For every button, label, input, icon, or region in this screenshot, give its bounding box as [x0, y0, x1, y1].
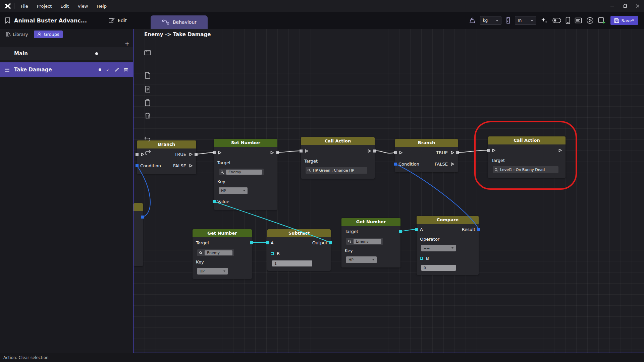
node-call-action[interactable]: Call ActionTargetHP Green : Change HP [301, 137, 375, 179]
paste-clipboard-icon[interactable] [144, 99, 152, 107]
node-title[interactable] [133, 203, 143, 211]
node-subtract[interactable]: SubtractAOutputB1 [267, 229, 331, 271]
node-branch[interactable]: BranchTRUEConditionFALSE [395, 139, 458, 172]
node-title[interactable]: Branch [395, 139, 458, 147]
minimize-button[interactable] [606, 0, 619, 12]
search-field[interactable]: HP Green : Change HP [306, 167, 367, 174]
delete-trash-icon[interactable] [124, 67, 128, 72]
project-title: Animal Buster Advanc... [14, 17, 87, 24]
length-unit-select[interactable]: m [515, 16, 536, 25]
play-icon[interactable] [586, 17, 594, 24]
pin-label: Target [217, 160, 231, 165]
port[interactable] [276, 151, 279, 154]
dropdown-value: HP [348, 258, 354, 262]
search-field[interactable]: Enemy [346, 238, 383, 245]
node-get-number[interactable]: Get NumberTargetEnemyKeyHP [193, 229, 252, 279]
port[interactable] [300, 149, 303, 153]
pin-label: Result [462, 227, 475, 232]
node-title[interactable]: Compare [417, 216, 479, 224]
port[interactable] [250, 241, 253, 244]
port[interactable] [394, 163, 397, 166]
port[interactable] [373, 149, 376, 153]
input-value: 0 [424, 266, 426, 270]
search-field[interactable]: Enemy [219, 169, 264, 175]
node-row: HP Green : Change HP [301, 165, 375, 175]
port[interactable] [415, 228, 418, 231]
edit-project-button[interactable]: Edit [108, 17, 127, 24]
effects-sparkle-icon[interactable] [541, 17, 548, 24]
port[interactable] [394, 151, 397, 154]
port[interactable] [420, 257, 423, 260]
tab-behaviour[interactable]: Behaviour [151, 15, 208, 29]
pin-label: Value [217, 199, 229, 204]
save-button[interactable]: Save* [610, 16, 638, 25]
tab-groups[interactable]: Groups [34, 31, 62, 38]
port[interactable] [195, 153, 198, 156]
port[interactable] [271, 252, 274, 255]
library-icon [6, 32, 11, 37]
menu-edit[interactable]: Edit [56, 0, 73, 12]
dropdown-value: == [424, 246, 430, 250]
document-icon[interactable] [144, 71, 152, 79]
group-label: Main [14, 51, 28, 57]
toggle-icon[interactable] [552, 18, 561, 23]
log-panel-icon[interactable] [575, 17, 582, 24]
redo-icon[interactable] [144, 148, 152, 156]
port[interactable] [399, 230, 402, 233]
run-export-icon[interactable] [598, 17, 606, 24]
port[interactable] [329, 241, 332, 244]
node-partial[interactable] [133, 203, 143, 266]
mass-unit-select[interactable]: kg [480, 16, 501, 25]
panel-divider[interactable] [133, 29, 133, 353]
search-field[interactable]: Enemy [197, 249, 234, 256]
dropdown-field[interactable]: HP [219, 187, 248, 194]
node-title[interactable]: Call Action [301, 137, 375, 145]
confirm-icon[interactable]: ✓ [106, 67, 110, 72]
device-preview-icon[interactable] [566, 17, 570, 24]
add-group-button[interactable]: + [125, 41, 129, 47]
duplicate-icon[interactable] [144, 85, 152, 93]
dropdown-field[interactable]: HP [346, 256, 377, 263]
port[interactable] [141, 216, 144, 219]
menu-view[interactable]: View [73, 0, 92, 12]
dropdown-field[interactable]: HP [197, 268, 228, 275]
node-branch[interactable]: BranchTRUEConditionFALSE [137, 140, 196, 174]
port[interactable] [136, 164, 139, 167]
maximize-button[interactable] [619, 0, 631, 12]
close-button[interactable] [631, 0, 644, 12]
menu-help[interactable]: Help [92, 0, 111, 12]
tab-library[interactable]: Library [3, 31, 31, 38]
menu-file[interactable]: File [16, 0, 33, 12]
undo-icon[interactable] [144, 135, 152, 143]
value-input[interactable]: 1 [272, 260, 312, 266]
drag-handle-icon[interactable] [5, 68, 9, 72]
port[interactable] [266, 241, 269, 244]
port[interactable] [136, 153, 139, 156]
port[interactable] [477, 228, 480, 231]
group-item-take-damage[interactable]: Take Damage ✓ [0, 62, 133, 77]
value-input[interactable]: 0 [421, 265, 456, 271]
exec-arrow-icon [450, 150, 454, 155]
node-title[interactable]: Subtract [267, 229, 331, 237]
wire-exec [277, 151, 301, 153]
dropdown-field[interactable]: == [421, 245, 456, 251]
node-title[interactable]: Get Number [341, 218, 400, 226]
status-text: Action: Clear selection [3, 355, 49, 360]
port[interactable] [456, 151, 459, 154]
delete-trash-icon[interactable] [144, 112, 152, 120]
scene-map-icon[interactable] [144, 49, 152, 57]
group-item-main[interactable]: Main [0, 47, 133, 60]
node-graph-canvas[interactable]: Enemy -> Take Damage BranchTRUECondition… [133, 29, 644, 353]
node-compare[interactable]: CompareAResultOperator==B0 [417, 216, 479, 275]
node-set-number[interactable]: Set NumberTargetEnemyKeyHPValue [214, 139, 277, 210]
port[interactable] [213, 151, 216, 154]
menu-project[interactable]: Project [33, 0, 56, 12]
rename-pencil-icon[interactable] [114, 67, 119, 72]
node-get-number[interactable]: Get NumberTargetEnemyKeyHP [341, 218, 400, 267]
group-label: Take Damage [14, 67, 52, 73]
node-title[interactable]: Get Number [193, 229, 252, 237]
node-row: ConditionFALSE [395, 158, 458, 170]
node-title[interactable]: Set Number [214, 139, 277, 147]
wires-layer [133, 29, 644, 353]
port[interactable] [213, 200, 216, 203]
